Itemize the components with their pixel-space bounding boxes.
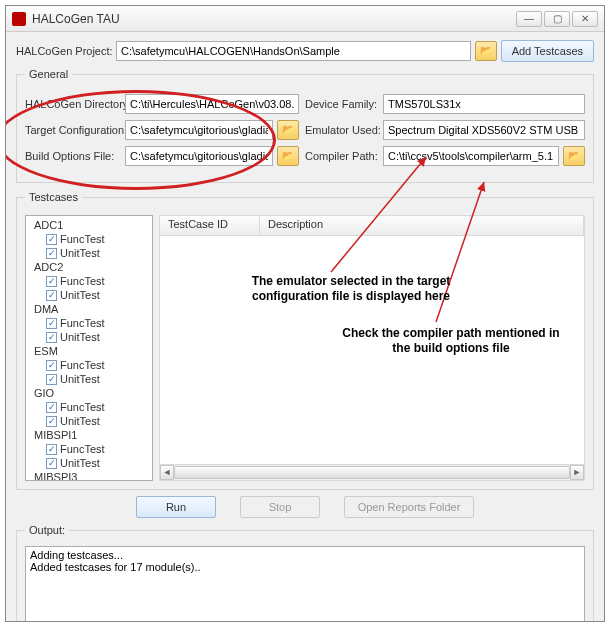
app-icon: [12, 12, 26, 26]
checkbox-icon[interactable]: ✓: [46, 402, 57, 413]
checkbox-icon[interactable]: ✓: [46, 458, 57, 469]
emulator-used-label: Emulator Used:: [305, 124, 379, 136]
scroll-left-arrow[interactable]: ◄: [160, 465, 174, 480]
open-reports-button[interactable]: Open Reports Folder: [344, 496, 474, 518]
halcogen-dir-input[interactable]: [125, 94, 299, 114]
tree-node[interactable]: ADC2: [30, 260, 148, 274]
project-label: HALCoGen Project:: [16, 45, 112, 57]
build-options-input[interactable]: [125, 146, 273, 166]
tree-leaf[interactable]: ✓FuncTest: [30, 358, 148, 372]
testcases-legend: Testcases: [25, 191, 82, 203]
output-legend: Output:: [25, 524, 69, 536]
content-area: HALCoGen Project: 📂 Add Testcases Genera…: [6, 32, 604, 621]
titlebar: HALCoGen TAU — ▢ ✕: [6, 6, 604, 32]
tree-leaf-label: FuncTest: [60, 401, 105, 413]
scroll-thumb[interactable]: [174, 466, 570, 479]
checkbox-icon[interactable]: ✓: [46, 234, 57, 245]
device-family-label: Device Family:: [305, 98, 379, 110]
add-testcases-button[interactable]: Add Testcases: [501, 40, 594, 62]
tree-node[interactable]: GIO: [30, 386, 148, 400]
stop-button[interactable]: Stop: [240, 496, 320, 518]
col-testcase-id[interactable]: TestCase ID: [160, 216, 260, 235]
testcase-table-header: TestCase ID Description: [159, 215, 585, 235]
tree-leaf-label: FuncTest: [60, 359, 105, 371]
tree-leaf[interactable]: ✓UnitTest: [30, 372, 148, 386]
testcase-tree[interactable]: ADC1✓FuncTest✓UnitTestADC2✓FuncTest✓Unit…: [25, 215, 153, 481]
tree-node[interactable]: ADC1: [30, 218, 148, 232]
tree-leaf[interactable]: ✓FuncTest: [30, 232, 148, 246]
maximize-button[interactable]: ▢: [544, 11, 570, 27]
output-textbox[interactable]: Adding testcases... Added testcases for …: [25, 546, 585, 621]
browse-project-button[interactable]: 📂: [475, 41, 497, 61]
compiler-path-label: Compiler Path:: [305, 150, 379, 162]
general-group: General HALCoGen Directory: Target Confi…: [16, 68, 594, 183]
horizontal-scrollbar[interactable]: ◄ ►: [159, 465, 585, 481]
tree-node[interactable]: MIBSPI3: [30, 470, 148, 481]
app-window: HALCoGen TAU — ▢ ✕ HALCoGen Project: 📂 A…: [5, 5, 605, 622]
tree-leaf[interactable]: ✓FuncTest: [30, 316, 148, 330]
tree-leaf[interactable]: ✓UnitTest: [30, 246, 148, 260]
tree-leaf-label: UnitTest: [60, 247, 100, 259]
target-config-input[interactable]: [125, 120, 273, 140]
browse-build-button[interactable]: 📂: [277, 146, 299, 166]
emulator-used-input[interactable]: [383, 120, 585, 140]
compiler-path-input[interactable]: [383, 146, 559, 166]
device-family-input[interactable]: [383, 94, 585, 114]
general-legend: General: [25, 68, 72, 80]
checkbox-icon[interactable]: ✓: [46, 332, 57, 343]
output-line: Adding testcases...: [30, 549, 580, 561]
tree-leaf-label: UnitTest: [60, 457, 100, 469]
scroll-right-arrow[interactable]: ►: [570, 465, 584, 480]
tree-node[interactable]: ESM: [30, 344, 148, 358]
build-options-label: Build Options File:: [25, 150, 121, 162]
halcogen-dir-label: HALCoGen Directory:: [25, 98, 121, 110]
run-button[interactable]: Run: [136, 496, 216, 518]
tree-leaf-label: FuncTest: [60, 443, 105, 455]
tree-leaf-label: UnitTest: [60, 373, 100, 385]
checkbox-icon[interactable]: ✓: [46, 248, 57, 259]
checkbox-icon[interactable]: ✓: [46, 318, 57, 329]
checkbox-icon[interactable]: ✓: [46, 444, 57, 455]
testcase-table[interactable]: [159, 235, 585, 465]
browse-compiler-button[interactable]: 📂: [563, 146, 585, 166]
output-group: Output: Adding testcases... Added testca…: [16, 524, 594, 621]
tree-leaf-label: UnitTest: [60, 415, 100, 427]
tree-leaf-label: FuncTest: [60, 233, 105, 245]
testcases-group: Testcases ADC1✓FuncTest✓UnitTestADC2✓Fun…: [16, 191, 594, 490]
checkbox-icon[interactable]: ✓: [46, 416, 57, 427]
browse-target-button[interactable]: 📂: [277, 120, 299, 140]
tree-leaf[interactable]: ✓UnitTest: [30, 414, 148, 428]
target-config-label: Target Configuration:: [25, 124, 121, 136]
tree-leaf[interactable]: ✓FuncTest: [30, 442, 148, 456]
checkbox-icon[interactable]: ✓: [46, 276, 57, 287]
checkbox-icon[interactable]: ✓: [46, 360, 57, 371]
tree-leaf-label: FuncTest: [60, 317, 105, 329]
output-line: Added testcases for 17 module(s)..: [30, 561, 580, 573]
window-title: HALCoGen TAU: [32, 12, 516, 26]
tree-node[interactable]: MIBSPI1: [30, 428, 148, 442]
project-path-input[interactable]: [116, 41, 471, 61]
checkbox-icon[interactable]: ✓: [46, 374, 57, 385]
tree-leaf-label: UnitTest: [60, 331, 100, 343]
tree-leaf[interactable]: ✓FuncTest: [30, 400, 148, 414]
close-button[interactable]: ✕: [572, 11, 598, 27]
tree-node[interactable]: DMA: [30, 302, 148, 316]
col-description[interactable]: Description: [260, 216, 584, 235]
tree-leaf[interactable]: ✓FuncTest: [30, 274, 148, 288]
tree-leaf-label: UnitTest: [60, 289, 100, 301]
minimize-button[interactable]: —: [516, 11, 542, 27]
checkbox-icon[interactable]: ✓: [46, 290, 57, 301]
tree-leaf[interactable]: ✓UnitTest: [30, 456, 148, 470]
tree-leaf[interactable]: ✓UnitTest: [30, 330, 148, 344]
tree-leaf[interactable]: ✓UnitTest: [30, 288, 148, 302]
tree-leaf-label: FuncTest: [60, 275, 105, 287]
